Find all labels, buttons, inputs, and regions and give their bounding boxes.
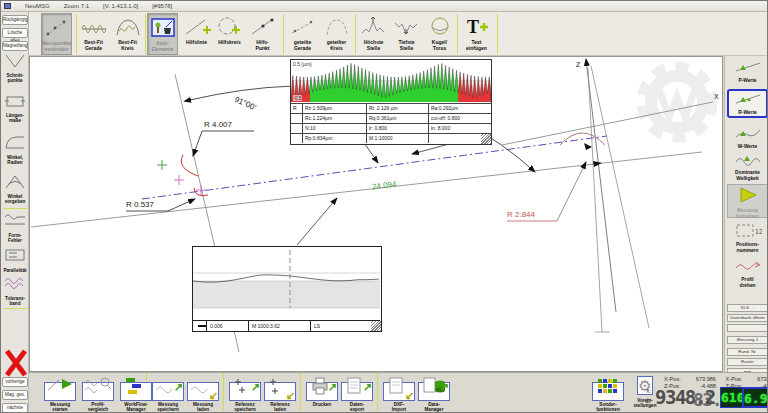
- button-label: Daten-export: [340, 402, 374, 413]
- preset-angle-icon: [3, 172, 27, 190]
- dominant-waviness-button[interactable]: DominanteWelligkeit: [727, 152, 768, 181]
- button-label: Positions-nummern: [727, 242, 768, 253]
- p-values-icon: [734, 59, 762, 74]
- button-label: DXF-Import: [382, 402, 416, 413]
- load-reference-button[interactable]: ↙ Referenzladen: [263, 374, 297, 413]
- radius-dimension-label[interactable]: R 2.844: [507, 210, 535, 219]
- save-measurement-button[interactable]: ↗ Messungspeichern: [151, 374, 185, 413]
- dxf-import-button[interactable]: ↙ DXF-Import: [382, 374, 416, 413]
- split-line-button[interactable]: geteilteGerade: [287, 13, 318, 55]
- sphere-torus-button[interactable]: Kugel/Torus: [424, 13, 455, 55]
- profile-compare-button[interactable]: Profil-vergleich: [81, 374, 115, 413]
- print-button[interactable]: ↗ Drucken: [305, 374, 339, 407]
- tool-preset-angle[interactable]: Winkelvorgeben: [1, 172, 29, 205]
- sidebar-separator: [3, 308, 27, 309]
- tool-angles-radii[interactable]: Winkel,Radien: [1, 133, 29, 166]
- lcd-display-2: 6.990: [742, 387, 768, 408]
- previous-button[interactable]: vorherige: [2, 377, 28, 387]
- blank-button[interactable]: [727, 324, 768, 332]
- button-label: Messungfortsetzen: [728, 208, 767, 219]
- clear-all-button[interactable]: Lösche alles: [2, 28, 28, 38]
- tool-tolerance-band[interactable]: Toleranz-band: [1, 274, 29, 307]
- split-circle-button[interactable]: geteilterKreis: [321, 13, 352, 55]
- table-cell: N:10: [303, 124, 367, 133]
- w-values-button[interactable]: W-Werte: [727, 125, 768, 150]
- table-cell: ln: 8.000: [429, 124, 491, 133]
- rotate-profile-button[interactable]: Profildrehen: [727, 258, 768, 288]
- save-measurement-icon: ↗: [152, 382, 184, 401]
- helper-point-icon: [247, 13, 278, 39]
- best-fit-line-button[interactable]: Best-FitGerade: [78, 13, 109, 55]
- button-label: P-Werte: [727, 78, 768, 84]
- data-export-button[interactable]: ↗ Daten-export: [340, 374, 374, 413]
- connect-points-button[interactable]: Messpunkteverbinden: [41, 13, 72, 55]
- resize-grip[interactable]: [371, 321, 381, 331]
- r-values-button[interactable]: R-Werte: [727, 89, 768, 118]
- top-toolbar: Messpunkteverbinden Best-FitGerade Best-…: [29, 12, 768, 56]
- load-measurement-button[interactable]: ↙ Messungladen: [186, 374, 220, 413]
- measurement-select[interactable]: Messung 1: [727, 336, 768, 344]
- magnet-snap-button[interactable]: Magnetfang: [2, 41, 28, 51]
- undo-button[interactable]: Rückgängig: [2, 15, 28, 25]
- workflow-manager-button[interactable]: WorkFlow-Manager: [119, 374, 153, 413]
- next-button[interactable]: nächste: [2, 403, 28, 413]
- xls-export-button[interactable]: XLS →: [727, 304, 768, 312]
- tool-parallelism[interactable]: Parallelität: [1, 246, 29, 273]
- tool-lengths[interactable]: Längen-maße: [1, 93, 29, 124]
- grid-toggle-button[interactable]: Raster: [727, 358, 768, 366]
- mag-all-button[interactable]: Mag. ges.: [2, 390, 28, 400]
- radius-dimension-label[interactable]: R 0.537: [126, 200, 154, 209]
- helper-line-icon: [181, 13, 212, 39]
- button-label: R-Werte: [729, 110, 766, 116]
- svg-text:T: T: [467, 17, 479, 37]
- drawing-canvas[interactable]: 91°00' R 4.007 R 0.537 24.094 R 2.844 X …: [29, 56, 723, 372]
- app-icon: [4, 3, 11, 9]
- save-reference-button[interactable]: ↗ Referenzspeichern: [228, 374, 262, 413]
- button-label: Profildrehen: [727, 277, 768, 288]
- tool-intersection-points[interactable]: Schnitt-punkte: [1, 53, 29, 84]
- table-row: N:10 lr: 0.800 ln: 8.000: [291, 123, 491, 133]
- auto-elements-button[interactable]: Auto-Elemente: [147, 13, 178, 55]
- toolbar-separator: [76, 14, 77, 54]
- save-reference-icon: ↗: [229, 382, 261, 401]
- button-label: Profil-vergleich: [81, 402, 115, 413]
- workflow-manager-icon: [120, 382, 152, 401]
- special-functions-button[interactable]: Sonder-funktionen: [591, 374, 625, 413]
- table-cell: lr: 0.800: [367, 124, 429, 133]
- form-error-icon: [3, 211, 27, 229]
- round-number-button[interactable]: Rund. Nr.: [727, 348, 768, 356]
- database-open-button[interactable]: Datenbank öffnen: [727, 314, 768, 322]
- continue-measurement-button[interactable]: Messungfortsetzen: [727, 184, 768, 218]
- load-reference-icon: ↙: [264, 382, 296, 401]
- data-manager-button[interactable]: ↗ Data-Manager: [417, 374, 451, 413]
- button-label: DominanteWelligkeit: [727, 170, 768, 181]
- tool-form-error[interactable]: Form-Fehler: [1, 211, 29, 244]
- start-measurement-button[interactable]: Messungstarten: [43, 374, 77, 413]
- right-sidebar: P-Werte R-Werte W-Werte DominanteWelligk…: [724, 56, 768, 376]
- position-numbers-button[interactable]: 12 Positions-nummern: [727, 223, 768, 253]
- data-manager-icon: ↗: [418, 382, 450, 401]
- p-values-button[interactable]: P-Werte: [727, 59, 768, 84]
- dominant-waviness-icon: [734, 152, 762, 166]
- helper-circle-button[interactable]: Hilfskreis: [214, 13, 245, 55]
- highest-point-button[interactable]: HöchsteStelle: [358, 13, 389, 55]
- dxf-import-icon: ↙: [383, 382, 415, 401]
- helper-point-button[interactable]: Hilfs-Punkt: [247, 13, 278, 55]
- delete-element-button[interactable]: [4, 345, 28, 381]
- tool-label: Toleranz-band: [1, 296, 29, 307]
- special-functions-icon: [592, 382, 624, 401]
- insert-text-button[interactable]: T Texteinfügen: [461, 13, 492, 55]
- radius-dimension-label[interactable]: R 4.007: [204, 120, 232, 129]
- svg-text:12: 12: [755, 228, 762, 235]
- helper-circle-icon: [214, 13, 245, 39]
- resize-grip[interactable]: [481, 134, 491, 144]
- table-cell: M 1:10000: [367, 134, 429, 143]
- app-window: NeuMSG Zoom 7:1 [V. 1.413.1.0] [#9578] M…: [0, 0, 768, 413]
- roughness-window[interactable]: 0.5 (µm) -0.5 R Rz:1.509µm Rt: 2.126 µm …: [290, 59, 492, 145]
- helper-line-button[interactable]: Hilfslinie: [181, 13, 212, 55]
- z-axis-label: Z: [576, 61, 580, 68]
- best-fit-circle-button[interactable]: Best-FitKreis: [112, 13, 143, 55]
- lowest-point-button[interactable]: TiefsteStelle: [391, 13, 422, 55]
- tool-label: Form-Fehler: [1, 233, 29, 244]
- profile-segment-window[interactable]: 0.006 M 1000:3.62 LS: [192, 246, 382, 332]
